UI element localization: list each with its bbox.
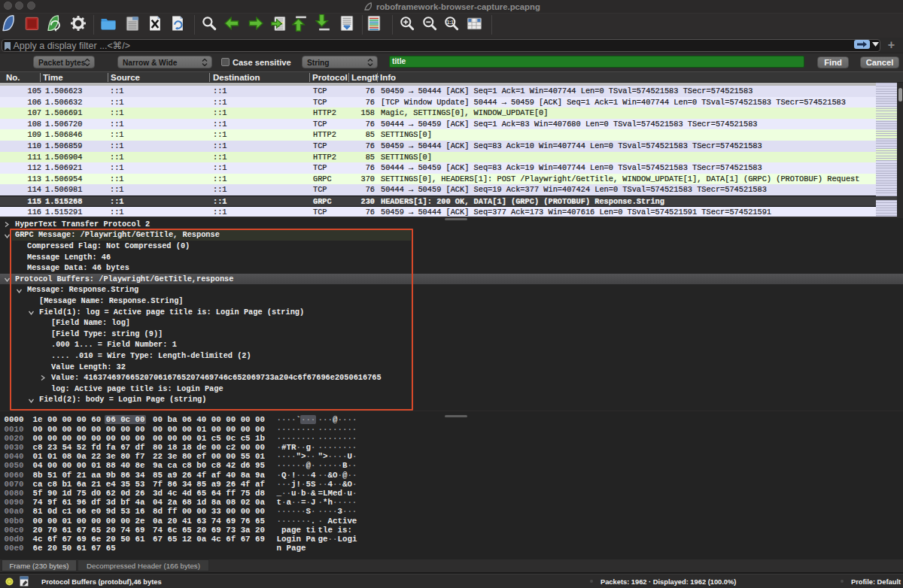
svg-text:1:1: 1:1 — [447, 20, 455, 25]
